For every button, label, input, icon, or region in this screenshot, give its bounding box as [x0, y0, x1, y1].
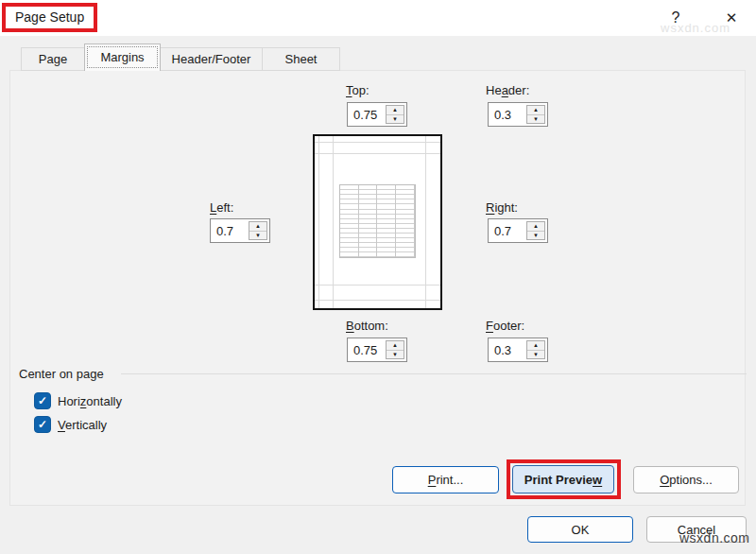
left-margin-label: Left: — [210, 200, 233, 215]
watermark-top: wsxdn.com — [661, 21, 730, 35]
horizontally-checkbox-label[interactable]: Horizontally — [58, 394, 122, 408]
center-on-page-group-label: Center on page — [19, 367, 104, 381]
spin-up-icon[interactable]: ▲ — [527, 222, 544, 231]
watermark-bottom: wsxdn.com — [679, 530, 750, 545]
spin-up-icon[interactable]: ▲ — [527, 341, 544, 350]
group-divider-line — [121, 373, 747, 374]
preview-guide-line — [425, 136, 426, 308]
left-margin-field: ▲ ▼ — [210, 218, 270, 243]
preview-guide-line — [318, 136, 319, 308]
spin-down-icon[interactable]: ▼ — [249, 231, 266, 240]
spin-up-icon[interactable]: ▲ — [387, 106, 404, 114]
page-margin-preview — [313, 134, 442, 310]
bottom-margin-label: Bottom: — [346, 319, 388, 333]
bottom-margin-spinner: ▲ ▼ — [386, 340, 404, 359]
bottom-margin-field: ▲ ▼ — [347, 338, 407, 362]
tab-page[interactable]: Page — [21, 47, 85, 71]
preview-guide-line — [315, 285, 440, 286]
bottom-margin-input[interactable] — [348, 338, 389, 361]
footer-margin-spinner: ▲ ▼ — [526, 340, 545, 359]
top-margin-input[interactable] — [348, 103, 389, 126]
options-button-label: Options... — [660, 473, 713, 487]
spin-up-icon[interactable]: ▲ — [387, 341, 404, 350]
ok-button-label: OK — [572, 523, 590, 537]
right-margin-input[interactable] — [489, 219, 530, 242]
vertically-checkbox-label[interactable]: Vertically — [58, 418, 107, 432]
spin-down-icon[interactable]: ▼ — [387, 350, 404, 359]
footer-margin-label: Footer: — [486, 319, 524, 333]
tab-page-label: Page — [39, 52, 67, 66]
tab-header-footer[interactable]: Header/Footer — [160, 47, 263, 71]
horizontally-checkbox[interactable]: ✓ — [34, 392, 51, 409]
check-icon: ✓ — [38, 394, 47, 407]
preview-guide-line — [315, 142, 440, 143]
ok-button[interactable]: OK — [527, 516, 633, 543]
spin-down-icon[interactable]: ▼ — [387, 114, 404, 124]
tab-margins-label: Margins — [100, 50, 144, 64]
tab-header-footer-label: Header/Footer — [172, 52, 251, 66]
top-margin-label: Top: — [346, 83, 369, 97]
right-margin-label: Right: — [486, 200, 518, 215]
dialog-title-highlighted: Page Setup — [2, 3, 97, 32]
spin-down-icon[interactable]: ▼ — [527, 231, 544, 240]
tab-margins[interactable]: Margins — [84, 43, 161, 71]
header-margin-label: Header: — [486, 83, 529, 97]
options-button[interactable]: Options... — [633, 466, 739, 493]
left-margin-input[interactable] — [211, 219, 252, 242]
check-icon: ✓ — [38, 418, 47, 431]
tab-sheet-label: Sheet — [285, 52, 318, 66]
spin-up-icon[interactable]: ▲ — [527, 106, 544, 114]
dialog-title: Page Setup — [15, 9, 84, 25]
spin-down-icon[interactable]: ▼ — [527, 350, 544, 359]
footer-margin-input[interactable] — [489, 338, 530, 361]
preview-guide-line — [333, 136, 334, 308]
right-margin-spinner: ▲ ▼ — [526, 221, 545, 240]
preview-sheet-grid — [339, 184, 416, 258]
title-bar: Page Setup ? ✕ — [0, 0, 756, 36]
page-setup-dialog: Page Setup ? ✕ wsxdn.com Page Margins He… — [0, 0, 756, 554]
preview-guide-line — [315, 300, 440, 301]
preview-guide-line — [315, 153, 440, 154]
header-margin-field: ▲ ▼ — [488, 102, 548, 127]
vertically-checkbox[interactable]: ✓ — [34, 416, 51, 433]
spin-up-icon[interactable]: ▲ — [249, 222, 266, 231]
spin-down-icon[interactable]: ▼ — [527, 114, 544, 124]
left-margin-spinner: ▲ ▼ — [249, 221, 267, 240]
top-margin-spinner: ▲ ▼ — [386, 105, 404, 124]
print-preview-button-label: Print Preview — [524, 473, 602, 487]
print-button-label: Print... — [428, 473, 464, 487]
top-margin-field: ▲ ▼ — [347, 102, 407, 127]
print-preview-button[interactable]: Print Preview — [512, 465, 614, 493]
header-margin-spinner: ▲ ▼ — [526, 105, 545, 124]
right-margin-field: ▲ ▼ — [488, 218, 548, 243]
tab-sheet[interactable]: Sheet — [262, 47, 340, 71]
print-button[interactable]: Print... — [392, 466, 499, 493]
footer-margin-field: ▲ ▼ — [488, 338, 548, 362]
header-margin-input[interactable] — [489, 103, 530, 126]
